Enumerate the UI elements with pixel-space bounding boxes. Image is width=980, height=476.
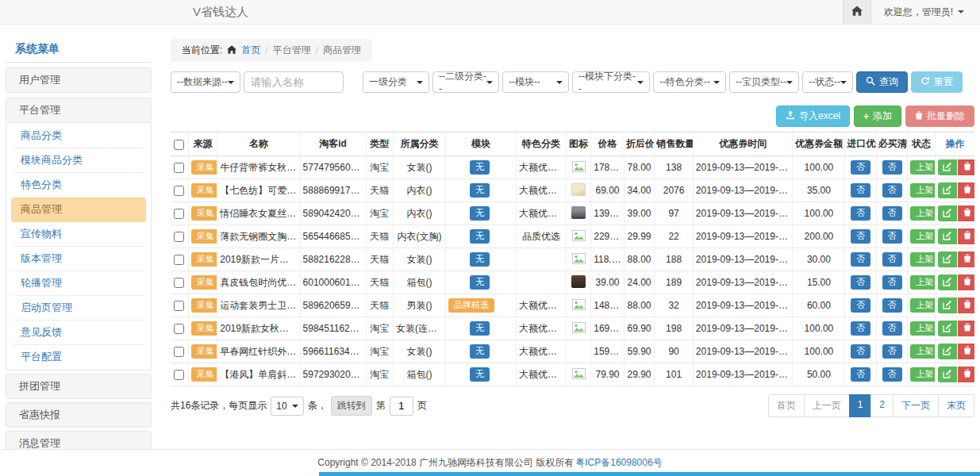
name-search-input[interactable]: [244, 71, 344, 93]
sidebar-sub-item[interactable]: 模块商品分类: [11, 148, 146, 173]
filter-select[interactable]: --模块--: [502, 71, 569, 93]
pagination-button[interactable]: 1: [849, 394, 872, 417]
pagination-button[interactable]: 2: [870, 394, 894, 417]
import-select-toggle[interactable]: 否: [851, 252, 870, 267]
import-select-toggle[interactable]: 否: [851, 298, 870, 313]
import-select-toggle[interactable]: 否: [851, 275, 870, 290]
status-badge[interactable]: 上架: [910, 160, 935, 175]
row-checkbox[interactable]: [174, 255, 184, 265]
must-buy-toggle[interactable]: 否: [882, 367, 902, 382]
sidebar-group-item[interactable]: 拼团管理: [6, 374, 152, 399]
delete-button[interactable]: [958, 205, 974, 221]
sidebar-sub-item[interactable]: 启动页管理: [11, 296, 146, 321]
edit-button[interactable]: [938, 228, 957, 244]
pagination-button[interactable]: 上一页: [804, 394, 850, 417]
row-checkbox[interactable]: [174, 301, 184, 311]
must-buy-toggle[interactable]: 否: [882, 252, 902, 267]
row-checkbox[interactable]: [174, 278, 184, 288]
status-badge[interactable]: 上架: [910, 206, 935, 221]
filter-select[interactable]: --模块下分类--: [572, 71, 650, 93]
must-buy-toggle[interactable]: 否: [882, 344, 902, 359]
import-select-toggle[interactable]: 否: [851, 321, 870, 336]
edit-button[interactable]: [938, 274, 957, 290]
pagination-button[interactable]: 下一页: [893, 394, 939, 417]
status-badge[interactable]: 上架: [910, 275, 935, 290]
import-select-toggle[interactable]: 否: [851, 160, 870, 175]
status-badge[interactable]: 上架: [910, 367, 935, 382]
must-buy-toggle[interactable]: 否: [882, 206, 902, 221]
batch-delete-button[interactable]: 批量删除: [905, 106, 974, 127]
filter-select[interactable]: --宝贝类型--: [729, 71, 799, 93]
filter-select[interactable]: --状态--: [802, 71, 853, 93]
import-select-toggle[interactable]: 否: [851, 344, 870, 359]
import-select-toggle[interactable]: 否: [851, 183, 870, 198]
must-buy-toggle[interactable]: 否: [882, 275, 902, 290]
delete-button[interactable]: [958, 321, 974, 336]
status-badge[interactable]: 上架: [910, 229, 935, 244]
add-button[interactable]: + 添加: [854, 106, 901, 127]
filter-select[interactable]: --二级分类--: [432, 71, 499, 93]
per-page-select[interactable]: 10: [271, 397, 303, 416]
delete-button[interactable]: [958, 228, 974, 244]
pagination-button[interactable]: 末页: [938, 394, 974, 417]
sidebar-sub-item[interactable]: 意见反馈: [11, 321, 146, 345]
must-buy-toggle[interactable]: 否: [882, 183, 902, 198]
filter-select[interactable]: 一级分类: [363, 71, 429, 93]
import-select-toggle[interactable]: 否: [851, 229, 870, 244]
status-badge[interactable]: 上架: [910, 298, 935, 313]
import-excel-button[interactable]: 导入excel: [776, 106, 850, 127]
edit-button[interactable]: [938, 251, 957, 267]
must-buy-toggle[interactable]: 否: [882, 298, 902, 313]
sidebar-group-item[interactable]: 省惠快报: [6, 402, 152, 428]
sidebar-sub-item[interactable]: 特色分类: [11, 173, 146, 198]
edit-button[interactable]: [938, 367, 957, 382]
row-checkbox[interactable]: [174, 186, 184, 196]
delete-button[interactable]: [958, 251, 974, 267]
sidebar-sub-item[interactable]: 商品管理: [11, 198, 146, 222]
import-select-toggle[interactable]: 否: [851, 206, 870, 221]
row-checkbox[interactable]: [174, 324, 184, 334]
status-badge[interactable]: 上架: [910, 344, 935, 359]
sidebar-sub-item[interactable]: 宣传物料: [11, 222, 146, 247]
pagination-button[interactable]: 首页: [768, 394, 805, 417]
row-checkbox[interactable]: [174, 370, 184, 380]
row-checkbox[interactable]: [174, 347, 184, 357]
must-buy-toggle[interactable]: 否: [882, 321, 902, 336]
jump-button[interactable]: 跳转到: [331, 396, 372, 416]
search-button[interactable]: 查询: [856, 71, 908, 93]
delete-button[interactable]: [958, 182, 974, 198]
filter-select[interactable]: --特色分类--: [653, 71, 726, 93]
data-source-select[interactable]: --数据来源--: [171, 71, 240, 93]
status-badge[interactable]: 上架: [910, 183, 935, 198]
import-select-toggle[interactable]: 否: [851, 367, 870, 382]
user-menu[interactable]: 欢迎您，管理员!: [871, 6, 980, 19]
sidebar-sub-item[interactable]: 版本管理: [11, 247, 146, 271]
edit-button[interactable]: [938, 182, 957, 198]
status-badge[interactable]: 上架: [910, 321, 935, 336]
edit-button[interactable]: [938, 344, 957, 359]
sidebar-item-platform[interactable]: 平台管理: [6, 98, 152, 123]
delete-button[interactable]: [958, 344, 974, 359]
delete-button[interactable]: [958, 159, 974, 175]
sidebar-sub-item[interactable]: 平台配置: [11, 345, 146, 369]
edit-button[interactable]: [938, 321, 957, 336]
reset-button[interactable]: 重置: [911, 71, 963, 93]
sidebar-sub-item[interactable]: 商品分类: [11, 124, 146, 148]
edit-button[interactable]: [938, 159, 957, 175]
breadcrumb-home-link[interactable]: 首页: [241, 44, 260, 57]
must-buy-toggle[interactable]: 否: [882, 160, 902, 175]
row-checkbox[interactable]: [174, 232, 184, 242]
delete-button[interactable]: [958, 274, 974, 290]
delete-button[interactable]: [958, 367, 974, 382]
jump-page-input[interactable]: [390, 397, 413, 416]
edit-button[interactable]: [938, 205, 957, 221]
must-buy-toggle[interactable]: 否: [882, 229, 902, 244]
select-all-checkbox[interactable]: [174, 140, 184, 150]
row-checkbox[interactable]: [174, 209, 184, 219]
status-badge[interactable]: 上架: [910, 252, 935, 267]
row-checkbox[interactable]: [174, 163, 184, 173]
icp-link[interactable]: 粤ICP备16098006号: [575, 456, 662, 470]
sidebar-sub-item[interactable]: 轮播管理: [11, 271, 146, 296]
edit-button[interactable]: [938, 298, 957, 313]
home-button[interactable]: [843, 0, 871, 24]
